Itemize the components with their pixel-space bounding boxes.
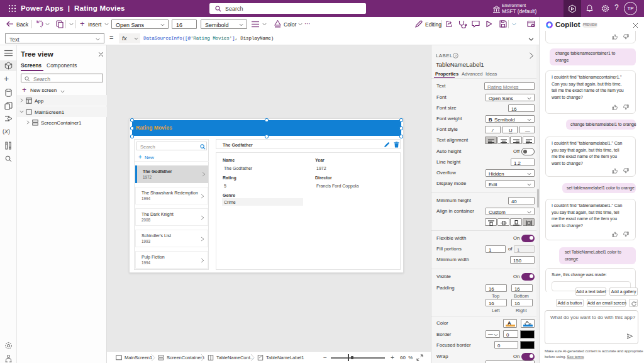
svg-text:?: ? (455, 54, 457, 58)
